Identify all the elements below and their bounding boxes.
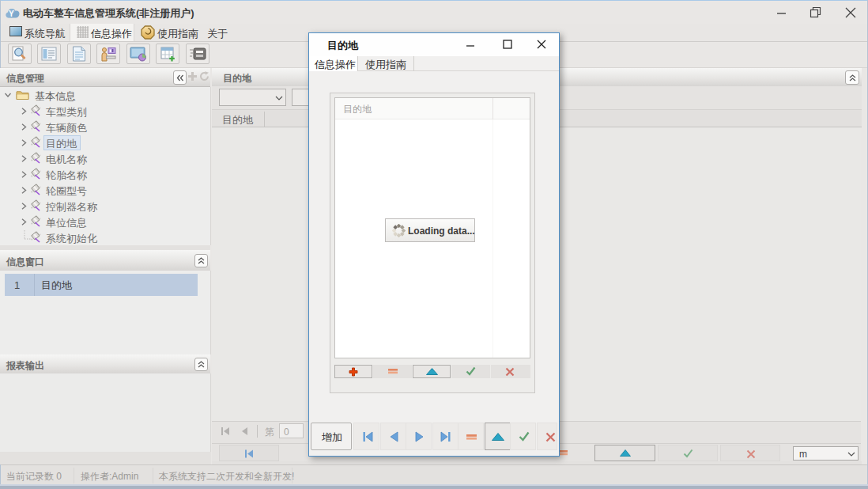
svg-text:Y: Y xyxy=(9,9,14,18)
